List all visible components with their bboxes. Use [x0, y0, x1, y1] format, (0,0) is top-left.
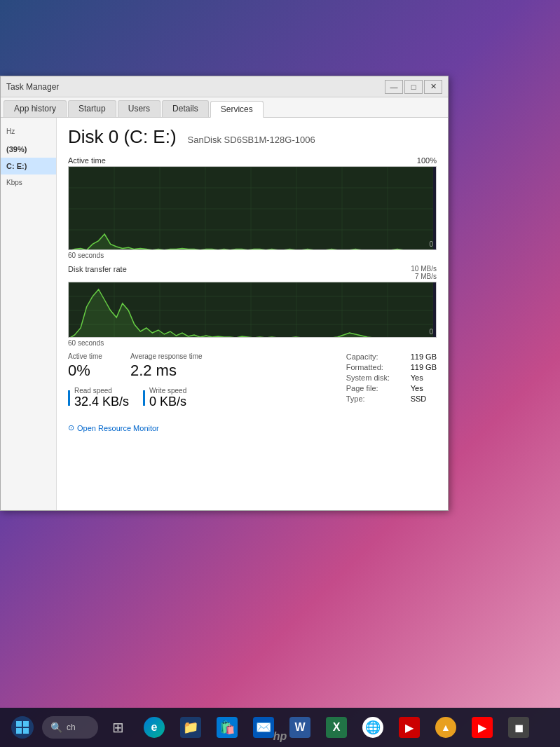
capacity-val: 119 GB [411, 352, 437, 361]
info-type: Type: SSD [346, 395, 437, 403]
video-icon: ▶ [399, 717, 420, 738]
transfer-rate-section: Disk transfer rate 10 MB/s 7 MB/s 0 60 s… [68, 265, 437, 347]
search-icon: 🔍 [50, 722, 62, 733]
active-time-footer: 60 seconds [68, 252, 437, 259]
tab-users[interactable]: Users [118, 100, 161, 117]
tab-app-history[interactable]: App history [4, 100, 67, 117]
disk-info-table: Capacity: 119 GB Formatted: 119 GB Syste… [346, 352, 437, 405]
open-rm-label: Open Resource Monitor [77, 424, 159, 432]
active-time-stat: Active time 0% [68, 352, 102, 380]
app2-icon: ▲ [435, 717, 456, 738]
youtube-icon: ▶ [472, 717, 493, 738]
svg-rect-0 [16, 721, 22, 727]
content-area: Hz (39%) C: E:) Kbps Disk 0 (C: E:) SanD… [1, 118, 448, 510]
taskbar-excel[interactable]: X [320, 711, 353, 744]
chart-min-active: 0 [429, 240, 433, 248]
info-capacity: Capacity: 119 GB [346, 352, 437, 361]
main-panel: Disk 0 (C: E:) SanDisk SD6SB1M-128G-1006… [57, 118, 448, 510]
stats-section: Active time 0% Average response time 2.2… [68, 352, 437, 409]
taskbar-explorer[interactable]: 📁 [174, 711, 207, 744]
transfer-max1: 10 MB/s [411, 265, 437, 273]
store-icon: 🛍️ [217, 717, 238, 738]
disk-title: Disk 0 (C: E:) [68, 126, 177, 148]
task-view-icon: ⊞ [112, 719, 124, 736]
transfer-rate-label: Disk transfer rate [68, 265, 127, 280]
active-time-label: Active time [68, 156, 106, 165]
taskbar-app3[interactable]: ◼ [502, 711, 535, 744]
read-speed-value: 32.4 KB/s [74, 395, 129, 409]
sidebar-percent-value: (39%) [6, 145, 50, 153]
svg-rect-2 [16, 728, 22, 734]
sidebar-item-disk[interactable]: C: E:) [1, 158, 56, 174]
tab-details[interactable]: Details [162, 100, 209, 117]
taskbar-word[interactable]: W [283, 711, 317, 744]
sidebar: Hz (39%) C: E:) Kbps [1, 118, 57, 510]
transfer-rate-header: Disk transfer rate 10 MB/s 7 MB/s [68, 265, 437, 280]
word-icon: W [289, 717, 310, 738]
system-disk-val: Yes [411, 374, 423, 382]
avg-response-stat: Average response time 2.2 ms [130, 352, 203, 380]
search-text: ch [67, 722, 76, 732]
write-speed-label: Write speed [149, 387, 186, 395]
taskbar-store[interactable]: 🛍️ [210, 711, 244, 744]
tab-startup[interactable]: Startup [68, 100, 116, 117]
sidebar-item-percent[interactable]: (39%) [1, 141, 56, 158]
avg-response-stat-value: 2.2 ms [130, 362, 203, 380]
read-speed-item: Read speed 32.4 KB/s [68, 387, 129, 409]
taskbar-youtube[interactable]: ▶ [465, 711, 499, 744]
close-button[interactable]: ✕ [424, 80, 442, 94]
taskbar-search[interactable]: 🔍 ch [42, 716, 98, 739]
active-time-max: 100% [417, 156, 437, 165]
formatted-val: 119 GB [411, 363, 437, 371]
sidebar-item-hz[interactable]: Hz [1, 123, 56, 141]
write-speed-group: Write speed 0 KB/s [149, 387, 186, 409]
svg-rect-3 [23, 728, 29, 734]
active-time-section: Active time 100% 0 60 seconds [68, 156, 437, 259]
svg-rect-1 [23, 721, 29, 727]
taskbar-edge[interactable]: e [137, 711, 171, 744]
page-file-val: Yes [411, 384, 423, 392]
info-formatted: Formatted: 119 GB [346, 363, 437, 371]
title-bar: Task Manager — □ ✕ [1, 76, 448, 97]
page-file-key: Page file: [346, 384, 402, 392]
open-resource-monitor-link[interactable]: ⊙ Open Resource Monitor [68, 423, 437, 432]
info-system-disk: System disk: Yes [346, 374, 437, 382]
hp-logo: hp [273, 730, 287, 743]
edge-icon: e [144, 717, 165, 738]
read-speed-bar [68, 390, 70, 406]
start-icon [11, 716, 34, 739]
window-controls: — □ ✕ [385, 80, 442, 94]
minimize-button[interactable]: — [385, 80, 403, 94]
disk-model: SanDisk SD6SB1M-128G-1006 [188, 135, 315, 145]
taskbar: 🔍 ch ⊞ e 📁 🛍️ ✉️ W X 🌐 ▶ [0, 708, 560, 747]
maximize-button[interactable]: □ [404, 80, 423, 94]
type-key: Type: [346, 395, 402, 403]
chart-min-transfer: 0 [429, 328, 433, 336]
write-speed-value: 0 KB/s [149, 395, 186, 409]
tab-services[interactable]: Services [210, 101, 264, 118]
transfer-max2: 7 MB/s [415, 273, 437, 280]
app3-icon: ◼ [508, 717, 529, 738]
active-time-chart: 0 [68, 166, 437, 250]
avg-response-stat-label: Average response time [130, 352, 203, 360]
write-speed-item: Write speed 0 KB/s [143, 387, 186, 409]
explorer-icon: 📁 [180, 717, 201, 738]
excel-icon: X [326, 717, 347, 738]
system-disk-key: System disk: [346, 374, 402, 382]
formatted-key: Formatted: [346, 363, 402, 371]
open-rm-icon: ⊙ [68, 423, 74, 432]
sidebar-item-kbps[interactable]: Kbps [1, 174, 56, 192]
active-time-stat-label: Active time [68, 352, 102, 360]
info-page-file: Page file: Yes [346, 384, 437, 392]
sidebar-kbps-label: Kbps [6, 179, 50, 186]
taskbar-app2[interactable]: ▲ [429, 711, 463, 744]
transfer-chart: 0 [68, 282, 437, 338]
capacity-key: Capacity: [346, 352, 402, 361]
taskbar-video[interactable]: ▶ [392, 711, 426, 744]
write-speed-bar [143, 390, 145, 406]
taskbar-start[interactable] [6, 711, 39, 744]
read-speed-label: Read speed [74, 387, 129, 395]
taskbar-chrome[interactable]: 🌐 [356, 711, 390, 744]
taskbar-task-view[interactable]: ⊞ [101, 711, 135, 744]
window-title: Task Manager [6, 82, 59, 92]
